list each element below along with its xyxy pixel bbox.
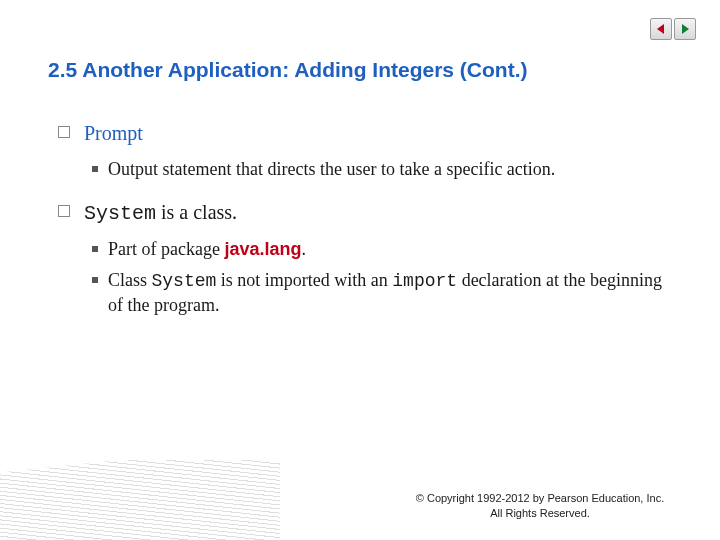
code-text: System [84, 202, 156, 225]
sub-list: Part of package java.lang. Class System … [92, 237, 670, 317]
next-button[interactable] [674, 18, 696, 40]
bullet-label: Prompt [84, 120, 143, 147]
bullet-label: System is a class. [84, 199, 237, 227]
sub-text: Output statement that directs the user t… [108, 157, 555, 181]
package-name: java.lang [224, 239, 301, 259]
triangle-right-icon [679, 23, 691, 35]
copyright-text: © Copyright 1992-2012 by Pearson Educati… [415, 491, 665, 520]
sub-bullet-item: Output statement that directs the user t… [92, 157, 670, 181]
bullet-prompt: Prompt [58, 120, 670, 147]
slide-content: Prompt Output statement that directs the… [58, 120, 670, 335]
code-text: import [392, 271, 457, 291]
square-bullet-icon [58, 205, 70, 217]
nav-buttons [650, 18, 696, 40]
sub-list: Output statement that directs the user t… [92, 157, 670, 181]
small-square-bullet-icon [92, 277, 98, 283]
code-text: System [152, 271, 217, 291]
decorative-lines [0, 460, 280, 540]
triangle-left-icon [655, 23, 667, 35]
prev-button[interactable] [650, 18, 672, 40]
small-square-bullet-icon [92, 166, 98, 172]
text: is a class. [156, 201, 237, 223]
square-bullet-icon [58, 126, 70, 138]
small-square-bullet-icon [92, 246, 98, 252]
sub-bullet-item: Class System is not imported with an imp… [92, 268, 670, 318]
sub-text: Part of package java.lang. [108, 237, 306, 261]
bullet-system: System is a class. [58, 199, 670, 227]
slide-title: 2.5 Another Application: Adding Integers… [48, 58, 527, 82]
sub-bullet-item: Part of package java.lang. [92, 237, 670, 261]
sub-text: Class System is not imported with an imp… [108, 268, 670, 318]
